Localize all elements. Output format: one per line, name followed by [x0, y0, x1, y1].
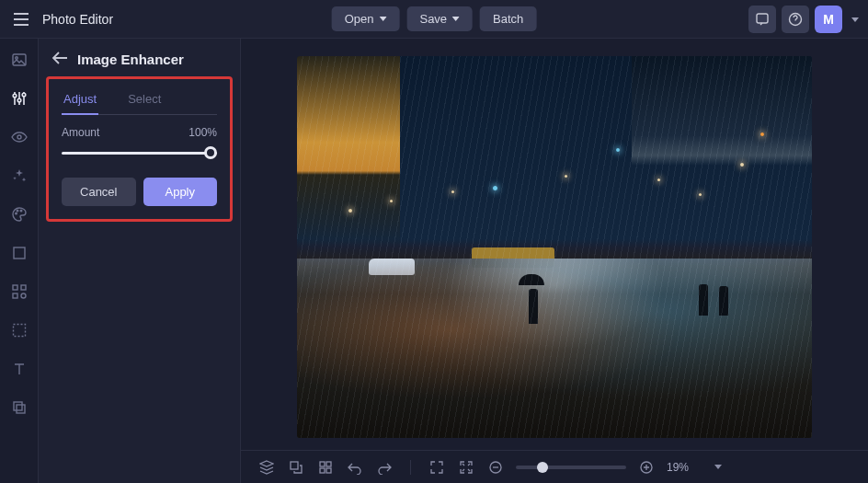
image-icon[interactable]	[7, 48, 31, 72]
canvas-image[interactable]	[297, 56, 812, 438]
param-label: Amount	[62, 126, 99, 139]
param-value: 100%	[188, 126, 217, 139]
svg-point-15	[21, 293, 26, 298]
svg-point-6	[22, 93, 26, 97]
fullscreen-icon[interactable]	[428, 458, 446, 477]
app-title: Photo Editor	[42, 12, 113, 27]
top-toolbar: Photo Editor Open Save Batch M	[0, 0, 868, 39]
svg-rect-20	[320, 462, 325, 466]
svg-point-7	[17, 135, 21, 139]
svg-rect-18	[17, 405, 25, 413]
tab-select[interactable]: Select	[126, 86, 163, 114]
batch-button[interactable]: Batch	[480, 6, 536, 31]
amount-slider[interactable]	[62, 144, 217, 161]
zoom-slider[interactable]	[516, 466, 626, 469]
help-icon[interactable]	[782, 6, 809, 33]
layers-icon[interactable]	[7, 396, 31, 420]
tool-rail	[0, 39, 39, 483]
svg-rect-16	[13, 325, 25, 337]
menu-icon[interactable]	[9, 7, 33, 31]
save-button[interactable]: Save	[406, 6, 473, 31]
redo-icon[interactable]	[375, 458, 394, 477]
tool-panel: Image Enhancer Adjust Select Amount 100%…	[39, 39, 241, 483]
svg-rect-19	[291, 462, 298, 469]
panel-tabs: Adjust Select	[62, 86, 217, 115]
svg-rect-21	[326, 462, 331, 466]
text-icon[interactable]	[7, 357, 31, 381]
cancel-button[interactable]: Cancel	[62, 178, 136, 206]
canvas-area: 19%	[241, 39, 868, 483]
svg-point-10	[20, 210, 22, 212]
svg-point-9	[17, 210, 18, 212]
zoom-out-icon[interactable]	[486, 458, 505, 477]
grid-icon[interactable]	[316, 458, 335, 477]
svg-rect-22	[320, 468, 325, 473]
svg-rect-11	[14, 247, 25, 259]
svg-rect-12	[13, 285, 17, 290]
apply-button[interactable]: Apply	[143, 178, 218, 206]
zoom-in-icon[interactable]	[637, 458, 656, 477]
svg-point-4	[13, 94, 17, 98]
frame-icon[interactable]	[7, 318, 31, 342]
palette-icon[interactable]	[7, 202, 31, 226]
elements-icon[interactable]	[7, 280, 31, 304]
svg-rect-14	[13, 293, 17, 298]
fit-icon[interactable]	[457, 458, 475, 477]
feedback-icon[interactable]	[748, 6, 776, 33]
layers-stack-icon[interactable]	[257, 458, 276, 477]
open-button[interactable]: Open	[332, 6, 400, 31]
avatar[interactable]: M	[815, 6, 842, 33]
panel-title: Image Enhancer	[77, 52, 184, 67]
panel-highlight-box: Adjust Select Amount 100% Cancel Apply	[46, 76, 233, 222]
tab-adjust[interactable]: Adjust	[62, 86, 98, 115]
bottom-toolbar: 19%	[241, 450, 868, 483]
zoom-chevron-icon[interactable]	[709, 458, 727, 477]
back-arrow-icon[interactable]	[51, 52, 68, 67]
svg-rect-23	[326, 468, 331, 473]
undo-icon[interactable]	[346, 458, 364, 477]
sliders-icon[interactable]	[7, 86, 31, 110]
svg-point-5	[17, 98, 21, 102]
svg-point-8	[15, 213, 17, 214]
compare-icon[interactable]	[287, 458, 305, 477]
slider-thumb[interactable]	[204, 146, 217, 159]
svg-point-3	[15, 57, 17, 60]
eye-icon[interactable]	[7, 125, 31, 149]
svg-rect-13	[21, 285, 26, 290]
svg-rect-0	[757, 14, 768, 23]
account-chevron-icon[interactable]	[851, 14, 859, 24]
sparkle-icon[interactable]	[7, 164, 31, 188]
crop-icon[interactable]	[7, 241, 31, 265]
zoom-thumb[interactable]	[537, 462, 548, 473]
zoom-value: 19%	[667, 461, 698, 474]
svg-rect-17	[14, 402, 22, 410]
